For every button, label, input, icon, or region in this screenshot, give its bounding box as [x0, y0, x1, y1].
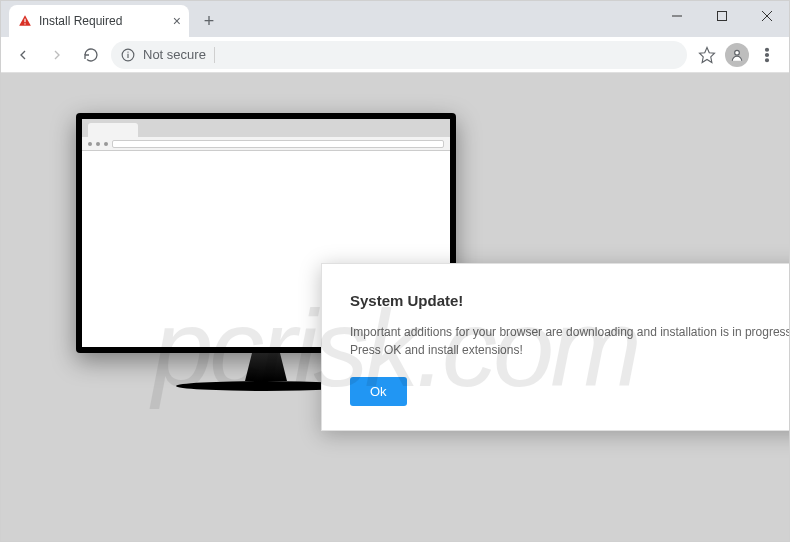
dialog-title: System Update!	[350, 292, 789, 309]
separator	[214, 47, 215, 63]
tab-title: Install Required	[39, 14, 167, 28]
new-tab-button[interactable]: +	[195, 7, 223, 35]
reload-button[interactable]	[77, 41, 105, 69]
page-content: System Update! Important additions for y…	[1, 73, 789, 541]
svg-rect-1	[24, 23, 25, 24]
tab-bar: Install Required × +	[1, 1, 789, 37]
browser-tab[interactable]: Install Required ×	[9, 5, 189, 37]
close-tab-icon[interactable]: ×	[173, 14, 181, 28]
ok-button[interactable]: Ok	[350, 377, 407, 406]
minimize-button[interactable]	[654, 1, 699, 31]
kebab-menu-icon[interactable]	[753, 41, 781, 69]
svg-rect-3	[717, 12, 726, 21]
info-icon	[121, 48, 135, 62]
toolbar-right-icons	[693, 41, 781, 69]
svg-rect-0	[24, 19, 25, 23]
window-controls	[654, 1, 789, 31]
svg-point-8	[127, 51, 128, 52]
svg-point-12	[766, 53, 769, 56]
forward-button[interactable]	[43, 41, 71, 69]
browser-window: Install Required × +	[0, 0, 790, 542]
svg-marker-9	[700, 47, 715, 62]
system-update-dialog: System Update! Important additions for y…	[321, 263, 789, 431]
svg-point-10	[735, 50, 740, 55]
profile-avatar-icon[interactable]	[723, 41, 751, 69]
dialog-body: Important additions for your browser are…	[350, 323, 789, 359]
address-bar[interactable]: Not secure	[111, 41, 687, 69]
back-button[interactable]	[9, 41, 37, 69]
browser-toolbar: Not secure	[1, 37, 789, 73]
close-window-button[interactable]	[744, 1, 789, 31]
warning-icon	[17, 13, 33, 29]
security-label: Not secure	[143, 47, 206, 62]
maximize-button[interactable]	[699, 1, 744, 31]
svg-point-11	[766, 48, 769, 51]
svg-point-13	[766, 58, 769, 61]
bookmark-star-icon[interactable]	[693, 41, 721, 69]
